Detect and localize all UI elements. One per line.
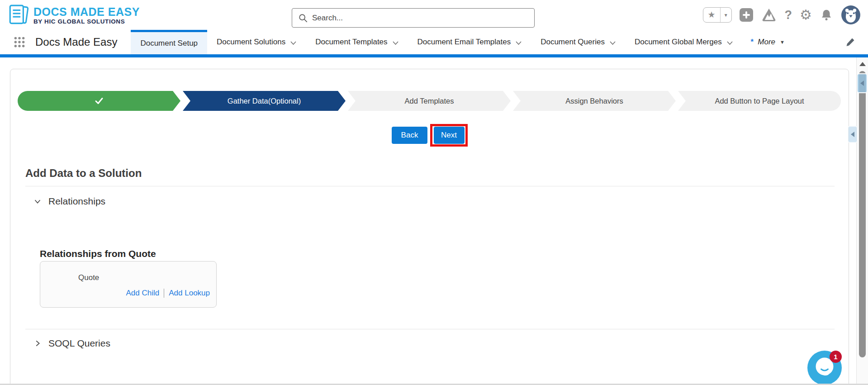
- panel-collapse-handle[interactable]: [857, 73, 868, 93]
- documents-logo-icon: [8, 4, 30, 27]
- edit-nav-pencil-icon[interactable]: [845, 37, 855, 47]
- user-avatar[interactable]: [841, 5, 861, 25]
- relationship-node-quote: Quote Add Child Add Lookup: [40, 261, 217, 308]
- avatar-bear-icon: [841, 5, 861, 25]
- scrollbar-thumb[interactable]: [859, 71, 866, 357]
- main-content: Gather Data(Optional) Add Templates Assi…: [0, 57, 868, 385]
- brand-color-bar: [0, 54, 868, 57]
- search-icon: [299, 14, 308, 23]
- app-nav-bar: Docs Made Easy Document Setup Document S…: [0, 30, 868, 54]
- path-stage-gather-data[interactable]: Gather Data(Optional): [183, 91, 346, 111]
- star-icon[interactable]: ★: [703, 8, 720, 22]
- trailhead-icon[interactable]: [761, 8, 777, 22]
- chevron-down-icon: [516, 41, 522, 45]
- section-relationships[interactable]: Relationships: [33, 196, 105, 207]
- app-window: DOCS MADE EASY BY HIC GLOBAL SOLUTIONS ★…: [0, 0, 868, 385]
- app-name: Docs Made Easy: [35, 36, 117, 48]
- app-launcher-icon[interactable]: [14, 36, 25, 48]
- red-annotation-box: Next: [430, 124, 468, 147]
- chevron-down-icon: [610, 41, 616, 45]
- path-stage-add-button[interactable]: Add Button to Page Layout: [678, 91, 841, 111]
- logo-title: DOCS MADE EASY: [33, 6, 140, 18]
- check-icon: [94, 95, 104, 106]
- favorites-button[interactable]: ★ ▼: [703, 7, 732, 23]
- scrollbar[interactable]: [856, 57, 868, 385]
- arrow-left-icon: [860, 81, 864, 86]
- scroll-up-arrow[interactable]: [859, 62, 866, 66]
- chat-unread-badge: 1: [830, 351, 842, 363]
- help-icon[interactable]: ?: [785, 8, 792, 22]
- brand-logo: DOCS MADE EASY BY HIC GLOBAL SOLUTIONS: [8, 4, 140, 27]
- add-child-link[interactable]: Add Child: [126, 289, 160, 298]
- divider: [25, 329, 835, 329]
- global-search[interactable]: [292, 8, 535, 28]
- path-stage-add-templates[interactable]: Add Templates: [348, 91, 511, 111]
- more-dropdown-icon: ▼: [780, 39, 785, 45]
- link-separator: [164, 289, 164, 298]
- next-button[interactable]: Next: [434, 127, 465, 144]
- tab-document-solutions[interactable]: Document Solutions: [207, 30, 306, 54]
- page-title: Add Data to a Solution: [25, 167, 142, 180]
- chevron-down-icon: [290, 41, 296, 45]
- tab-more[interactable]: * More ▼: [742, 30, 793, 54]
- progress-path: Gather Data(Optional) Add Templates Assi…: [18, 91, 841, 111]
- chevron-down-icon: [393, 41, 398, 45]
- chevron-right-icon[interactable]: [33, 338, 43, 348]
- panel-collapse-handle[interactable]: [848, 126, 858, 143]
- tab-document-email-templates[interactable]: Document Email Templates: [408, 30, 531, 54]
- notifications-bell-icon[interactable]: [820, 8, 833, 22]
- tab-document-global-merges[interactable]: Document Global Merges: [625, 30, 742, 54]
- header-actions: ★ ▼ ? ⚙: [703, 0, 861, 30]
- add-lookup-link[interactable]: Add Lookup: [169, 289, 210, 298]
- tab-document-templates[interactable]: Document Templates: [306, 30, 408, 54]
- relationships-from-quote-heading: Relationships from Quote: [40, 248, 156, 259]
- tab-document-setup[interactable]: Document Setup: [131, 30, 207, 54]
- logo-subtitle: BY HIC GLOBAL SOLUTIONS: [33, 19, 140, 25]
- favorites-caret-icon[interactable]: ▼: [721, 13, 731, 18]
- divider: [25, 186, 835, 186]
- setup-card: Gather Data(Optional) Add Templates Assi…: [10, 69, 849, 385]
- global-actions-plus-icon[interactable]: [740, 8, 753, 22]
- search-input[interactable]: [312, 14, 528, 23]
- object-label: Quote: [78, 273, 99, 282]
- setup-gear-icon[interactable]: ⚙: [800, 8, 812, 22]
- global-header: DOCS MADE EASY BY HIC GLOBAL SOLUTIONS ★…: [0, 0, 868, 30]
- chevron-down-icon[interactable]: [33, 196, 43, 206]
- section-soql-queries[interactable]: SOQL Queries: [33, 338, 110, 349]
- tab-document-queries[interactable]: Document Queries: [531, 30, 625, 54]
- back-button[interactable]: Back: [392, 127, 427, 144]
- path-stage-assign-behaviors[interactable]: Assign Behaviors: [513, 91, 676, 111]
- path-stage-complete[interactable]: [18, 91, 180, 111]
- arrow-left-icon: [851, 132, 854, 137]
- chevron-down-icon: [727, 41, 733, 45]
